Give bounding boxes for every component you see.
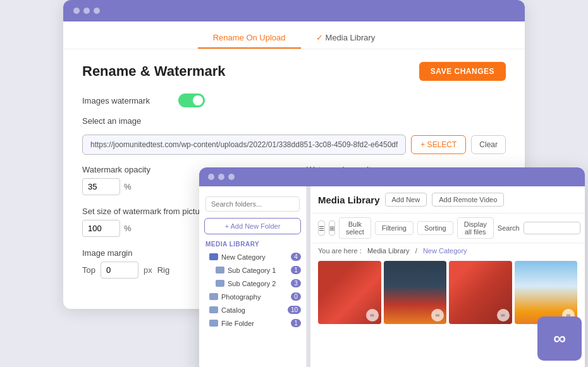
title-bar-back <box>63 0 525 21</box>
folder-icon-catalog <box>209 306 218 313</box>
search-media-input[interactable] <box>524 222 580 234</box>
save-changes-button[interactable]: SAVE CHANGES <box>419 62 506 81</box>
select-image-label: Select an image <box>82 116 171 126</box>
image-thumbnail-4[interactable]: ∞ <box>515 261 578 324</box>
title-bar-front <box>199 167 585 186</box>
card-back-header: Rename & Watermark SAVE CHANGES <box>82 62 506 81</box>
select-button[interactable]: + SELECT <box>411 135 466 154</box>
folder-name-new-category: New Category <box>221 253 288 261</box>
media-toolbar: ☰ ⊞ Bulk select Filtering Sorting Displa… <box>310 214 585 243</box>
breadcrumb: You are here : Media Library / New Categ… <box>310 243 585 258</box>
you-are-here-label: You are here : <box>318 247 362 255</box>
margin-top-unit: px <box>144 265 152 275</box>
watermark-toggle[interactable] <box>178 93 205 107</box>
dot-f3 <box>228 174 235 180</box>
folder-photography[interactable]: Photography 0 <box>199 290 306 303</box>
display-all-files-button[interactable]: Display all files <box>457 217 494 239</box>
grid-view-button[interactable]: ⊞ <box>329 220 335 236</box>
folder-count-file: 1 <box>291 319 301 327</box>
tab-rename-on-upload[interactable]: Rename On Upload <box>198 28 301 49</box>
media-sidebar: + Add New Folder MEDIA LIBRARY New Categ… <box>199 186 307 367</box>
dot-f1 <box>208 174 214 180</box>
breadcrumb-separator: / <box>415 247 417 255</box>
bulk-select-button[interactable]: Bulk select <box>339 217 371 239</box>
opacity-unit: % <box>124 182 132 191</box>
checkmark-icon: ✓ <box>316 33 323 42</box>
folder-count-sub2: 3 <box>291 279 301 287</box>
margin-top-label: Top <box>82 265 95 275</box>
folder-icon-sub1 <box>216 267 224 274</box>
dot-2 <box>83 8 90 14</box>
select-image-row: Select an image <box>82 116 506 126</box>
folder-count-photography: 0 <box>291 292 301 301</box>
add-remote-video-button[interactable]: Add Remote Video <box>432 193 504 207</box>
size-unit: % <box>124 224 132 233</box>
images-watermark-label: Images watermark <box>82 96 171 105</box>
folder-catalog[interactable]: Catalog 10 <box>199 303 306 316</box>
sidebar-search-area <box>199 193 306 215</box>
folder-sub-category-2[interactable]: Sub Category 2 3 <box>199 277 306 290</box>
tabs-bar: Rename On Upload ✓ Media Library <box>63 21 525 49</box>
dot-1 <box>73 8 80 14</box>
url-row: + SELECT Clear <box>82 135 506 155</box>
breadcrumb-media-library[interactable]: Media Library <box>367 247 410 255</box>
image-thumbnail-1[interactable]: ∞ <box>318 261 381 324</box>
media-library-title: Media Library <box>318 195 380 205</box>
margin-top-input[interactable] <box>101 262 138 279</box>
search-label: Search <box>498 224 520 232</box>
folder-name-file: File Folder <box>221 320 288 327</box>
media-library-card: + Add New Folder MEDIA LIBRARY New Categ… <box>199 167 585 367</box>
tab-watermark[interactable]: ✓ Media Library <box>301 28 391 49</box>
folder-sub-category-1[interactable]: Sub Category 1 1 <box>199 263 306 277</box>
tab-watermark-label: Media Library <box>326 33 376 42</box>
add-new-button[interactable]: Add New <box>385 193 427 207</box>
folder-icon-new-category <box>209 253 218 260</box>
logo-badge: ∞ <box>537 316 582 361</box>
search-folders-input[interactable] <box>205 196 300 212</box>
logo-text: ∞ <box>553 328 566 349</box>
media-header: Media Library Add New Add Remote Video <box>310 186 585 214</box>
folder-icon-photography <box>209 293 218 300</box>
folder-name-sub2: Sub Category 2 <box>228 280 288 287</box>
breadcrumb-current: New Category <box>423 247 467 255</box>
media-content: + Add New Folder MEDIA LIBRARY New Categ… <box>199 186 585 367</box>
image-overlay-3: ∞ <box>497 309 510 322</box>
clear-button[interactable]: Clear <box>471 135 506 154</box>
media-library-section-label: MEDIA LIBRARY <box>199 237 306 250</box>
margin-right-label: Rig <box>157 265 170 275</box>
folder-name-catalog: Catalog <box>221 306 285 314</box>
dot-f2 <box>218 174 224 180</box>
add-new-folder-button[interactable]: + Add New Folder <box>204 218 301 234</box>
folder-count-new-category: 4 <box>291 253 301 261</box>
image-overlay-2: ∞ <box>431 309 444 322</box>
image-url-input[interactable] <box>82 135 406 155</box>
page-title: Rename & Watermark <box>82 63 226 80</box>
folder-name-photography: Photography <box>221 293 288 301</box>
images-watermark-row: Images watermark <box>82 93 506 107</box>
size-input[interactable] <box>82 220 120 237</box>
folder-count-catalog: 10 <box>288 306 301 314</box>
folder-icon-sub2 <box>216 280 224 287</box>
image-thumbnail-2[interactable]: ∞ <box>384 261 447 324</box>
filtering-button[interactable]: Filtering <box>375 221 413 235</box>
dot-3 <box>94 8 100 14</box>
folder-file-folder[interactable]: File Folder 1 <box>199 316 306 330</box>
folder-new-category[interactable]: New Category 4 <box>199 250 306 263</box>
opacity-input[interactable] <box>82 178 120 195</box>
image-thumbnail-3[interactable]: ∞ <box>449 261 512 324</box>
folder-name-sub1: Sub Category 1 <box>228 267 288 274</box>
image-overlay-1: ∞ <box>366 309 379 322</box>
sorting-button[interactable]: Sorting <box>417 221 453 235</box>
folder-icon-file <box>209 320 218 327</box>
list-view-button[interactable]: ☰ <box>318 220 325 236</box>
folder-count-sub1: 1 <box>291 266 301 274</box>
